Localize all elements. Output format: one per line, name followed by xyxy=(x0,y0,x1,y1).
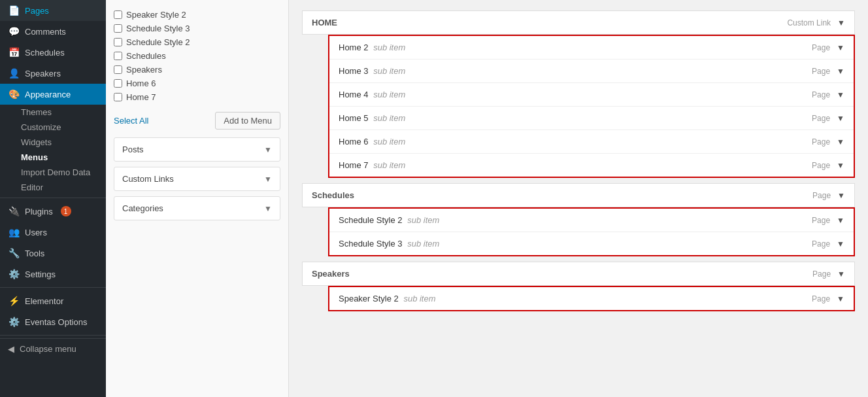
home-sub-2-dropdown-icon[interactable]: ▼ xyxy=(837,43,844,52)
menu-top-schedules[interactable]: Schedules Page ▼ xyxy=(302,183,855,207)
home-sub-6-dropdown-icon[interactable]: ▼ xyxy=(837,137,844,147)
checkbox-schedule-style-3[interactable] xyxy=(114,24,122,33)
sidebar-item-elementor[interactable]: ⚡ Elementor xyxy=(0,290,106,311)
menu-section-schedules: Schedules Page ▼ Schedule Style 2 sub it… xyxy=(302,183,855,256)
plugins-icon: 🔌 xyxy=(8,206,20,216)
elementor-icon: ⚡ xyxy=(8,296,20,306)
schedule-sub-style-3-dropdown-icon[interactable]: ▼ xyxy=(837,239,844,249)
sidebar-item-users[interactable]: 👥 Users xyxy=(0,222,106,243)
settings-icon: ⚙️ xyxy=(8,269,20,279)
schedules-top-dropdown-icon[interactable]: ▼ xyxy=(837,191,845,200)
checkbox-schedules[interactable] xyxy=(114,52,122,60)
sidebar-item-eventas-options[interactable]: ⚙️ Eventas Options xyxy=(0,311,106,332)
collapse-icon: ◀ xyxy=(8,344,14,354)
pages-list-panel: Speaker Style 2 Schedule Style 3 Schedul… xyxy=(106,0,289,397)
sidebar-item-tools[interactable]: 🔧 Tools xyxy=(0,243,106,264)
home-sub-item-4[interactable]: Home 4 sub item Page ▼ xyxy=(329,83,854,107)
schedule-sub-item-style-3[interactable]: Schedule Style 3 sub item Page ▼ xyxy=(329,232,854,255)
add-to-menu-button[interactable]: Add to Menu xyxy=(215,112,280,129)
sidebar-item-appearance[interactable]: 🎨 Appearance xyxy=(0,84,106,105)
checkbox-item-home-6[interactable]: Home 6 xyxy=(114,77,280,90)
schedule-sub-style-3-label: Schedule Style 3 sub item xyxy=(339,239,439,249)
schedule-sub-style-3-right: Page ▼ xyxy=(812,239,844,249)
sidebar-item-comments[interactable]: 💬 Comments xyxy=(0,21,106,42)
eventas-icon: ⚙️ xyxy=(8,317,20,327)
home-sub-item-7[interactable]: Home 7 sub item Page ▼ xyxy=(329,154,854,177)
schedule-sub-style-2-label: Schedule Style 2 sub item xyxy=(339,215,439,225)
home-sub-2-type: Page xyxy=(812,43,830,52)
accordion-categories-header[interactable]: Categories ▼ xyxy=(114,197,280,220)
schedule-sub-item-style-2[interactable]: Schedule Style 2 sub item Page ▼ xyxy=(329,209,854,232)
home-sub-6-label: Home 6 sub item xyxy=(339,137,405,147)
speakers-sub-items-container: Speaker Style 2 sub item Page ▼ xyxy=(328,286,855,311)
checkbox-item-speakers[interactable]: Speakers xyxy=(114,63,280,77)
speakers-top-dropdown-icon[interactable]: ▼ xyxy=(837,269,845,279)
home-sub-item-5[interactable]: Home 5 sub item Page ▼ xyxy=(329,107,854,130)
sidebar-sub-menus[interactable]: Menus xyxy=(0,150,106,165)
sidebar-item-speakers[interactable]: 👤 Speakers xyxy=(0,63,106,84)
menu-top-home[interactable]: HOME Custom Link ▼ xyxy=(302,10,855,35)
sidebar-sub-import-demo[interactable]: Import Demo Data xyxy=(0,165,106,180)
home-sub-3-right: Page ▼ xyxy=(812,67,844,76)
checkbox-item-schedule-style-2[interactable]: Schedule Style 2 xyxy=(114,35,280,49)
checkbox-item-home-7[interactable]: Home 7 xyxy=(114,90,280,104)
accordion-posts-header[interactable]: Posts ▼ xyxy=(114,138,280,161)
schedules-icon: 📅 xyxy=(8,47,20,58)
home-sub-item-6[interactable]: Home 6 sub item Page ▼ xyxy=(329,130,854,154)
posts-chevron-icon: ▼ xyxy=(264,145,272,154)
comments-icon: 💬 xyxy=(8,26,20,37)
checkbox-home-6[interactable] xyxy=(114,79,122,88)
sidebar-sub-customize[interactable]: Customize xyxy=(0,120,106,135)
sidebar-item-schedules[interactable]: 📅 Schedules xyxy=(0,42,106,63)
checkbox-speaker-style-2[interactable] xyxy=(114,10,122,19)
home-sub-item-3[interactable]: Home 3 sub item Page ▼ xyxy=(329,60,854,83)
home-sub-7-dropdown-icon[interactable]: ▼ xyxy=(837,161,844,170)
home-top-type: Custom Link xyxy=(787,18,831,27)
checkbox-schedule-style-2[interactable] xyxy=(114,38,122,46)
checkbox-item-schedules[interactable]: Schedules xyxy=(114,49,280,63)
appearance-icon: 🎨 xyxy=(8,89,20,99)
checkbox-item-speaker-style-2[interactable]: Speaker Style 2 xyxy=(114,8,280,22)
schedules-sub-items-container: Schedule Style 2 sub item Page ▼ Schedul… xyxy=(328,207,855,256)
menu-top-speakers[interactable]: Speakers Page ▼ xyxy=(302,262,855,286)
home-sub-4-dropdown-icon[interactable]: ▼ xyxy=(837,90,844,99)
speaker-sub-style-2-dropdown-icon[interactable]: ▼ xyxy=(837,294,844,303)
categories-chevron-icon: ▼ xyxy=(264,204,272,213)
menu-structure-panel: HOME Custom Link ▼ Home 2 sub item Page … xyxy=(289,0,868,397)
sidebar-sub-widgets[interactable]: Widgets xyxy=(0,135,106,150)
checkbox-list: Speaker Style 2 Schedule Style 3 Schedul… xyxy=(114,8,280,104)
speaker-sub-style-2-label: Speaker Style 2 sub item xyxy=(339,294,436,303)
menu-section-home: HOME Custom Link ▼ Home 2 sub item Page … xyxy=(302,10,855,178)
home-sub-2-right: Page ▼ xyxy=(812,43,844,52)
panel-actions: Select All Add to Menu xyxy=(114,112,280,129)
pages-icon: 📄 xyxy=(8,5,20,16)
home-sub-6-right: Page ▼ xyxy=(812,137,844,147)
collapse-menu-button[interactable]: ◀ Collapse menu xyxy=(0,338,106,359)
home-sub-3-dropdown-icon[interactable]: ▼ xyxy=(837,67,844,76)
schedule-sub-style-2-dropdown-icon[interactable]: ▼ xyxy=(837,216,844,225)
select-all-link[interactable]: Select All xyxy=(114,116,148,126)
schedules-top-label: Schedules xyxy=(312,190,354,200)
home-sub-4-right: Page ▼ xyxy=(812,90,844,99)
sidebar-item-pages[interactable]: 📄 Pages xyxy=(0,0,106,21)
home-sub-5-dropdown-icon[interactable]: ▼ xyxy=(837,114,844,123)
sidebar-sub-editor[interactable]: Editor xyxy=(0,180,106,195)
plugins-badge: 1 xyxy=(61,206,71,216)
speaker-sub-item-style-2[interactable]: Speaker Style 2 sub item Page ▼ xyxy=(329,287,854,310)
home-top-right: Custom Link ▼ xyxy=(787,18,845,27)
checkbox-home-7[interactable] xyxy=(114,93,122,101)
home-sub-item-2[interactable]: Home 2 sub item Page ▼ xyxy=(329,36,854,60)
sidebar-sub-themes[interactable]: Themes xyxy=(0,105,106,120)
sidebar-item-plugins[interactable]: 🔌 Plugins 1 xyxy=(0,201,106,222)
home-top-dropdown-icon[interactable]: ▼ xyxy=(837,18,845,27)
home-sub-2-label: Home 2 sub item xyxy=(339,43,405,52)
home-sub-4-label: Home 4 sub item xyxy=(339,90,405,99)
accordion-custom-links-header[interactable]: Custom Links ▼ xyxy=(114,167,280,190)
accordion-posts: Posts ▼ xyxy=(114,137,280,162)
home-sub-5-label: Home 5 sub item xyxy=(339,113,405,123)
checkbox-speakers[interactable] xyxy=(114,65,122,74)
sidebar-item-settings[interactable]: ⚙️ Settings xyxy=(0,264,106,285)
tools-icon: 🔧 xyxy=(8,248,20,258)
home-sub-3-label: Home 3 sub item xyxy=(339,66,405,76)
checkbox-item-schedule-style-3[interactable]: Schedule Style 3 xyxy=(114,22,280,35)
